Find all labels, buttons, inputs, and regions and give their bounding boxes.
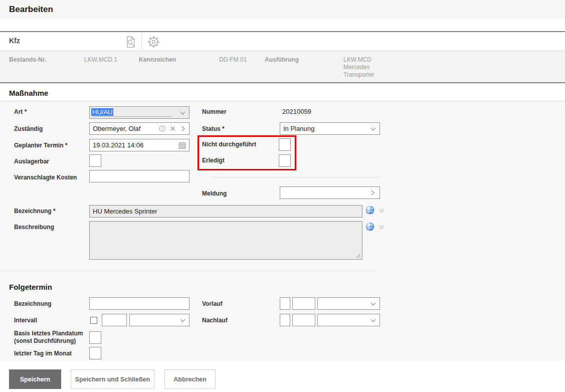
- expand-chevrons-icon[interactable]: [377, 207, 386, 215]
- zustaendig-value: Obermeyer, Olaf: [93, 125, 140, 132]
- geplanter-termin-field[interactable]: 19.03.2021 14:06: [89, 139, 190, 151]
- bestandsnr-value: LKW.MCD.1: [84, 56, 117, 64]
- vorlauf-input-2[interactable]: [292, 297, 315, 310]
- ausfuehrung-label: Ausführung: [265, 56, 299, 63]
- zustaendig-field[interactable]: Obermeyer, Olaf: [89, 122, 190, 135]
- resize-handle[interactable]: [355, 253, 361, 259]
- toolbar-separator: [141, 34, 142, 49]
- geplanter-termin-label: Geplanter Termin *: [14, 142, 67, 149]
- letzter-tag-label: letzter Tag im Monat: [14, 350, 72, 357]
- bezeichnung-input[interactable]: [89, 205, 362, 218]
- vorlauf-input-1[interactable]: [280, 297, 290, 310]
- intervall-value-input[interactable]: [102, 314, 127, 326]
- divider: [0, 31, 565, 32]
- chevron-down-icon[interactable]: [179, 109, 186, 117]
- folgetermin-bezeichnung-input[interactable]: [89, 297, 190, 310]
- beschreibung-textarea[interactable]: [89, 221, 362, 260]
- massnahme-form: Art * HU/AU Zuständig Obermeyer, Olaf: [0, 101, 565, 361]
- globe-icon[interactable]: [365, 222, 375, 232]
- cancel-button[interactable]: Abbrechen: [164, 369, 216, 389]
- nachlauf-input-2[interactable]: [292, 314, 315, 326]
- settings-gear-icon[interactable]: [147, 35, 160, 49]
- calendar-icon[interactable]: [178, 141, 186, 150]
- kfz-section-title: Kfz: [9, 37, 20, 45]
- erledigt-checkbox[interactable]: [279, 154, 291, 167]
- divider: [0, 271, 376, 271]
- kfz-summary-row: Bestands-Nr. LKW.MCD.1 Kennzeichen DD-FM…: [0, 51, 565, 82]
- intervall-checkbox[interactable]: [90, 317, 97, 324]
- globe-icon[interactable]: [365, 205, 375, 215]
- chevron-down-icon[interactable]: [179, 317, 186, 324]
- info-icon[interactable]: [158, 125, 166, 132]
- auslagerbar-label: Auslagerbar: [14, 158, 49, 165]
- status-selected-value: In Planung: [283, 125, 314, 132]
- chevron-down-icon[interactable]: [369, 300, 377, 308]
- folgetermin-section-title: Folgetermin: [9, 283, 52, 291]
- basis-plandatum-label: Basis letztes Plandatum (sonst Durchführ…: [14, 330, 83, 345]
- status-select[interactable]: In Planung: [280, 122, 380, 135]
- nachlauf-input-1[interactable]: [280, 314, 290, 326]
- chevron-right-icon[interactable]: [369, 189, 376, 197]
- chevron-down-icon[interactable]: [369, 125, 377, 133]
- save-close-button[interactable]: Speichern und Schließen: [71, 369, 154, 389]
- expand-chevrons-icon[interactable]: [377, 223, 386, 231]
- chevron-right-icon[interactable]: [179, 125, 187, 132]
- erledigt-label: Erledigt: [202, 157, 225, 164]
- page-title: Bearbeiten: [9, 5, 53, 15]
- art-label: Art *: [14, 108, 27, 116]
- veranschlagte-kosten-input[interactable]: [89, 170, 190, 182]
- meldung-field[interactable]: [280, 186, 380, 199]
- art-selected-value: HU/AU: [91, 108, 113, 116]
- nachlauf-unit-select[interactable]: [317, 314, 380, 326]
- title-band: Bearbeiten: [0, 0, 565, 19]
- folgetermin-bezeichnung-label: Bezeichnung: [14, 300, 52, 308]
- basis-plandatum-checkbox[interactable]: [89, 331, 101, 344]
- meldung-label: Meldung: [202, 190, 227, 198]
- kennzeichen-label: Kennzeichen: [139, 56, 176, 63]
- vorlauf-unit-select[interactable]: [317, 297, 380, 310]
- veranschlagte-kosten-label: Veranschlagte Kosten: [14, 174, 77, 181]
- nicht-durchgefuehrt-label: Nicht durchgeführt: [202, 141, 256, 148]
- nummer-label: Nummer: [202, 108, 227, 116]
- massnahme-section-title: Maßnahme: [9, 89, 48, 97]
- beschreibung-label: Beschreibung: [14, 224, 54, 231]
- vorlauf-label: Vorlauf: [202, 300, 222, 308]
- divider: [211, 177, 380, 177]
- intervall-unit-select[interactable]: [129, 314, 190, 326]
- ausfuehrung-value: LKW.MCD Mercedes Transporter: [343, 56, 374, 79]
- art-text-underline: [92, 116, 171, 117]
- letzter-tag-checkbox[interactable]: [89, 347, 101, 359]
- art-combobox[interactable]: HU/AU: [89, 106, 190, 119]
- status-label: Status *: [202, 125, 225, 133]
- kennzeichen-value: DD-FM 01: [219, 56, 247, 64]
- geplanter-termin-value: 19.03.2021 14:06: [93, 141, 143, 149]
- clear-icon[interactable]: [169, 125, 176, 132]
- nummer-value: 20210059: [282, 108, 311, 115]
- intervall-label: Intervall: [14, 317, 37, 324]
- divider: [0, 82, 565, 83]
- bezeichnung-label: Bezeichnung *: [14, 208, 56, 215]
- preview-document-icon[interactable]: [124, 35, 137, 49]
- nachlauf-label: Nachlauf: [202, 317, 228, 324]
- bestandsnr-label: Bestands-Nr.: [9, 56, 46, 63]
- chevron-down-icon[interactable]: [369, 317, 377, 324]
- auslagerbar-checkbox[interactable]: [89, 154, 101, 167]
- save-button[interactable]: Speichern: [9, 369, 61, 389]
- zustaendig-label: Zuständig: [14, 125, 43, 133]
- edit-form-page: Bearbeiten Kfz: [0, 0, 565, 392]
- nicht-durchgefuehrt-checkbox[interactable]: [279, 138, 291, 151]
